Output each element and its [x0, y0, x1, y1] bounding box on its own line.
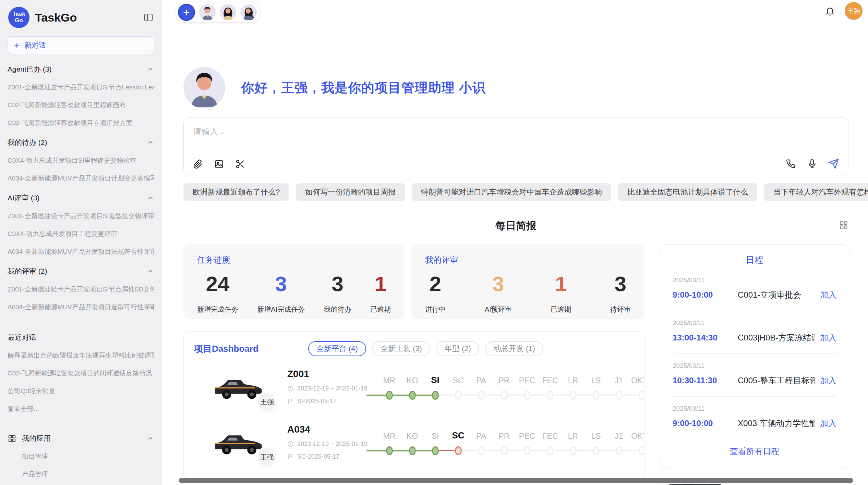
task-progress-title: 任务进度: [197, 254, 391, 265]
milestone-label: J1: [615, 373, 623, 385]
join-link[interactable]: 加入: [820, 375, 836, 386]
project-code: A034: [287, 424, 369, 435]
milestone-label: SC: [453, 373, 464, 385]
recent-conversation-item[interactable]: 查看全部...: [8, 405, 154, 413]
assistant-avatar-2[interactable]: [220, 4, 236, 21]
chat-input[interactable]: [184, 118, 848, 175]
add-assistant-button[interactable]: +: [178, 4, 195, 21]
milestone: SC: [447, 373, 470, 400]
sidebar-task-item[interactable]: C02-飞腾新能源轻客改款项目里程碑画布: [8, 101, 154, 110]
chevron-up-icon[interactable]: [147, 268, 154, 275]
layout-grid-icon[interactable]: [839, 220, 848, 231]
section-header[interactable]: Agent已办 (3): [5, 64, 156, 74]
suggestion-chip[interactable]: 欧洲新规最近颁布了什么?: [183, 183, 289, 201]
milestone: PEC: [516, 373, 539, 400]
divider: [0, 424, 162, 424]
recent-conversation-item[interactable]: C02-飞腾新能源轻客改款项目的闭环通话反馈情况: [8, 369, 154, 378]
new-chat-button[interactable]: + 新对话: [8, 36, 154, 54]
suggestion-chip[interactable]: 当下年轻人对汽车外观有怎样的喜好趋势: [764, 183, 868, 201]
filter-chip[interactable]: 全新上装 (3): [372, 341, 430, 356]
milestone-dot: [547, 446, 554, 455]
sidebar-task-item[interactable]: C0X4-动力总成开发项目SI里程碑提交物检查: [8, 156, 154, 165]
stat-item: 24 新增完成任务: [197, 270, 238, 314]
section-list: Z001-全新燃油皮卡产品开发项目SI节点Lesson Learn报告C02-飞…: [5, 83, 156, 127]
section-header[interactable]: AI评审 (3): [5, 193, 156, 203]
section-header[interactable]: 我的待办 (2): [5, 138, 156, 147]
milestone: FEC: [539, 373, 562, 400]
schedule-time: 9:00-10:00: [673, 290, 738, 300]
milestone-dot: [455, 391, 462, 400]
send-icon[interactable]: [828, 158, 839, 169]
schedule-date: 2025/03/11: [673, 362, 836, 370]
project-owner-badge: 王强: [256, 447, 278, 468]
chevron-up-icon[interactable]: [147, 65, 154, 73]
milestone-label: PR: [499, 373, 510, 385]
project-row-z001[interactable]: 王强 Z001 2023-12-19 ~ 2027-01-19: [184, 358, 644, 414]
suggestion-chip[interactable]: 特朗普可能对进口汽车增税会对中国车企造成哪些影响: [412, 183, 611, 201]
filter-chip[interactable]: 全新平台 (4): [308, 341, 366, 356]
project-row-a034[interactable]: 王强 A034 2023-12-19 ~ 2026-01-19: [184, 414, 644, 469]
recent-conversation-item[interactable]: 公司Q3轻卡销量: [8, 387, 154, 396]
recent-conversation-item[interactable]: 解释最新出台的欧盟报废车法规再生塑料比例被调至15%...: [8, 351, 154, 360]
logo-text-top: Task: [12, 11, 25, 17]
microphone-icon[interactable]: [807, 159, 817, 169]
milestone-label: LR: [568, 373, 578, 385]
sidebar-task-item[interactable]: A034-全新新能源MUV产品开发项目法规符合性评审: [8, 247, 154, 256]
join-link[interactable]: 加入: [820, 289, 836, 300]
screenshot-scissors-icon[interactable]: [235, 159, 245, 169]
chat-input-card: [183, 117, 848, 175]
image-upload-icon[interactable]: [214, 159, 224, 169]
suggestion-chip[interactable]: 比亚迪全固态电池计划具体说了什么: [618, 183, 757, 201]
sidebar-task-item[interactable]: A034-全新新能源MUV产品开发项目计划变更表编写: [8, 174, 154, 183]
stat-label: 已逾期: [370, 305, 391, 314]
assistant-avatar-1[interactable]: [199, 4, 216, 21]
milestone: FEC: [539, 428, 562, 456]
sidebar-task-item[interactable]: C02-飞腾新能源轻客改款项目立项汇报方案: [8, 119, 154, 127]
stat-value: 3: [610, 270, 631, 298]
sidebar-task-item[interactable]: Z001-全新燃油皮卡产品开发项目SI节点Lesson Learn报告: [8, 83, 154, 92]
stat-value: 3: [324, 270, 351, 298]
schedule-date: 2025/03/11: [673, 319, 836, 327]
news-image: [668, 484, 723, 485]
suggestion-chip[interactable]: 如何写一份清晰的项目周报: [296, 183, 405, 201]
join-link[interactable]: 加入: [820, 332, 836, 343]
daily-brief-title: 每日简报: [183, 219, 848, 233]
schedule-event-title: C003|H0B-方案冻结评审: [738, 332, 815, 343]
milestone-dot: [432, 391, 439, 400]
chevron-up-icon[interactable]: [147, 194, 154, 202]
sidebar-task-item[interactable]: C0X4-动力总成开发项目工程变更评审: [8, 229, 154, 238]
assistant-avatar-3[interactable]: [240, 4, 257, 21]
milestone-dot: [432, 446, 439, 455]
view-all-schedule-link[interactable]: 查看所有日程: [673, 439, 836, 464]
sidebar-task-item[interactable]: Z001-全新燃油轻卡产品开发项目SI造型提交物评审: [8, 212, 154, 221]
my-apps-header[interactable]: 我的应用: [5, 434, 156, 443]
user-avatar[interactable]: 王强: [845, 2, 863, 20]
notification-bell-icon[interactable]: [825, 6, 835, 16]
chevron-up-icon[interactable]: [147, 435, 154, 442]
filter-chip[interactable]: 动总开发 (1): [485, 341, 543, 356]
sidebar-collapse-icon[interactable]: [143, 12, 154, 23]
milestone-label: SI: [431, 373, 439, 385]
sidebar-task-item[interactable]: Z001-全新燃油轻卡产品开发项目SI节点属性5D文件评审: [8, 285, 154, 294]
dashboard-title: 项目Dashboard: [194, 343, 258, 355]
attachment-icon[interactable]: [193, 159, 203, 169]
section-header[interactable]: 我的评审 (2): [5, 266, 156, 276]
horizontal-scrollbar[interactable]: [179, 478, 853, 483]
sidebar-task-item[interactable]: A034-全新新能源MUV产品开发项目造型可行性评审: [8, 303, 154, 312]
milestone-track: [630, 390, 644, 400]
suggestion-chips: 欧洲新规最近颁布了什么?如何写一份清晰的项目周报特朗普可能对进口汽车增税会对中国…: [183, 183, 848, 201]
app-item[interactable]: 产品管理: [22, 470, 154, 479]
taskgo-logo: Task Go: [8, 7, 29, 28]
milestone-dot: [478, 446, 485, 455]
milestone-label: PA: [476, 373, 486, 385]
milestone-label: MR: [383, 428, 396, 441]
stat-item: 3 AI预评审: [485, 270, 512, 314]
app-item[interactable]: 项目管理: [22, 452, 154, 461]
milestone: PR: [493, 428, 516, 456]
filter-chip[interactable]: 年型 (2): [436, 341, 479, 356]
chevron-up-icon[interactable]: [147, 139, 154, 146]
greeting-text: 你好，王强，我是你的项目管理助理 小识: [241, 79, 486, 97]
join-link[interactable]: 加入: [820, 418, 836, 429]
phone-call-icon[interactable]: [786, 159, 796, 169]
divider: [0, 322, 162, 322]
